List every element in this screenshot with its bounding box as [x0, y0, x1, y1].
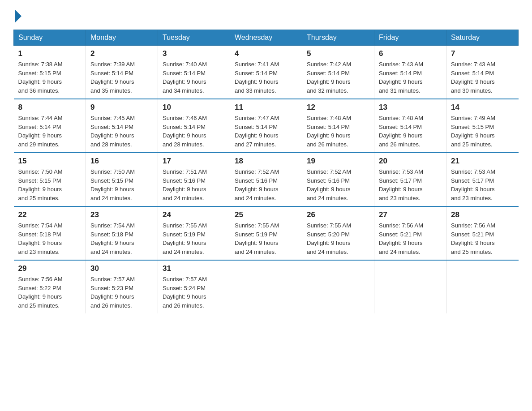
daylight-label: Daylight: 9 hours	[307, 186, 351, 193]
sunset-label: Sunset: 5:14 PM	[307, 124, 350, 130]
calendar-header-row: SundayMondayTuesdayWednesdayThursdayFrid…	[14, 30, 519, 46]
day-number: 16	[90, 157, 153, 166]
sunset-label: Sunset: 5:21 PM	[379, 231, 422, 238]
day-number: 4	[235, 49, 297, 58]
column-header-sunday: Sunday	[14, 30, 86, 46]
page-header	[13, 9, 519, 21]
calendar-cell: 21 Sunrise: 7:53 AM Sunset: 5:17 PM Dayl…	[446, 153, 519, 206]
sunrise-label: Sunrise: 7:44 AM	[18, 115, 63, 121]
calendar-cell: 26 Sunrise: 7:55 AM Sunset: 5:20 PM Dayl…	[302, 206, 374, 260]
daylight-minutes: and 24 minutes.	[307, 248, 348, 255]
daylight-label: Daylight: 9 hours	[163, 240, 206, 246]
daylight-label: Daylight: 9 hours	[163, 132, 206, 139]
sunset-label: Sunset: 5:22 PM	[18, 285, 61, 291]
daylight-minutes: and 33 minutes.	[235, 87, 276, 94]
daylight-minutes: and 24 minutes.	[235, 248, 276, 255]
day-info: Sunrise: 7:50 AM Sunset: 5:15 PM Dayligh…	[90, 167, 153, 202]
calendar-week-row: 29 Sunrise: 7:56 AM Sunset: 5:22 PM Dayl…	[14, 260, 519, 313]
day-info: Sunrise: 7:50 AM Sunset: 5:15 PM Dayligh…	[18, 167, 82, 202]
daylight-minutes: and 26 minutes.	[307, 141, 348, 148]
calendar-cell	[302, 260, 374, 313]
daylight-label: Daylight: 9 hours	[451, 186, 495, 193]
day-info: Sunrise: 7:52 AM Sunset: 5:16 PM Dayligh…	[307, 167, 369, 202]
column-header-wednesday: Wednesday	[230, 30, 302, 46]
column-header-tuesday: Tuesday	[158, 30, 230, 46]
calendar-cell: 16 Sunrise: 7:50 AM Sunset: 5:15 PM Dayl…	[86, 153, 158, 206]
daylight-minutes: and 24 minutes.	[379, 248, 420, 255]
sunrise-label: Sunrise: 7:50 AM	[18, 168, 63, 175]
sunrise-label: Sunrise: 7:45 AM	[90, 115, 135, 121]
daylight-label: Daylight: 9 hours	[451, 132, 495, 139]
sunrise-label: Sunrise: 7:52 AM	[307, 168, 351, 175]
day-info: Sunrise: 7:53 AM Sunset: 5:17 PM Dayligh…	[451, 167, 514, 202]
calendar-cell	[446, 260, 519, 313]
calendar-cell: 31 Sunrise: 7:57 AM Sunset: 5:24 PM Dayl…	[158, 260, 230, 313]
daylight-minutes: and 31 minutes.	[379, 87, 420, 94]
calendar-cell: 7 Sunrise: 7:43 AM Sunset: 5:14 PM Dayli…	[446, 46, 519, 99]
daylight-minutes: and 25 minutes.	[18, 195, 60, 201]
day-number: 9	[90, 103, 153, 112]
sunrise-label: Sunrise: 7:49 AM	[451, 115, 495, 121]
day-number: 13	[379, 103, 442, 112]
daylight-minutes: and 28 minutes.	[163, 141, 204, 148]
day-number: 5	[307, 49, 369, 58]
sunrise-label: Sunrise: 7:50 AM	[90, 168, 135, 175]
daylight-minutes: and 25 minutes.	[451, 141, 493, 148]
sunset-label: Sunset: 5:16 PM	[163, 177, 206, 184]
sunset-label: Sunset: 5:14 PM	[379, 124, 422, 130]
day-number: 24	[163, 210, 225, 219]
sunrise-label: Sunrise: 7:48 AM	[307, 115, 351, 121]
day-number: 12	[307, 103, 369, 112]
daylight-label: Daylight: 9 hours	[18, 293, 62, 300]
sunset-label: Sunset: 5:20 PM	[307, 231, 350, 238]
day-number: 11	[235, 103, 297, 112]
daylight-label: Daylight: 9 hours	[379, 132, 423, 139]
day-info: Sunrise: 7:51 AM Sunset: 5:16 PM Dayligh…	[163, 167, 225, 202]
calendar-cell: 24 Sunrise: 7:55 AM Sunset: 5:19 PM Dayl…	[158, 206, 230, 260]
sunset-label: Sunset: 5:18 PM	[18, 231, 61, 238]
day-number: 27	[379, 210, 442, 219]
sunrise-label: Sunrise: 7:54 AM	[18, 222, 63, 229]
calendar-cell: 5 Sunrise: 7:42 AM Sunset: 5:14 PM Dayli…	[302, 46, 374, 99]
day-info: Sunrise: 7:43 AM Sunset: 5:14 PM Dayligh…	[379, 60, 442, 95]
calendar-cell: 12 Sunrise: 7:48 AM Sunset: 5:14 PM Dayl…	[302, 99, 374, 153]
calendar-cell: 27 Sunrise: 7:56 AM Sunset: 5:21 PM Dayl…	[374, 206, 446, 260]
day-number: 7	[451, 49, 514, 58]
sunrise-label: Sunrise: 7:38 AM	[18, 61, 63, 68]
sunset-label: Sunset: 5:21 PM	[451, 231, 494, 238]
daylight-label: Daylight: 9 hours	[163, 78, 206, 85]
sunset-label: Sunset: 5:16 PM	[235, 177, 278, 184]
sunset-label: Sunset: 5:17 PM	[379, 177, 422, 184]
day-number: 22	[18, 210, 82, 219]
calendar-cell: 14 Sunrise: 7:49 AM Sunset: 5:15 PM Dayl…	[446, 99, 519, 153]
day-info: Sunrise: 7:56 AM Sunset: 5:21 PM Dayligh…	[379, 221, 442, 256]
calendar-week-row: 15 Sunrise: 7:50 AM Sunset: 5:15 PM Dayl…	[14, 153, 519, 206]
calendar-cell: 29 Sunrise: 7:56 AM Sunset: 5:22 PM Dayl…	[14, 260, 86, 313]
day-number: 14	[451, 103, 514, 112]
daylight-minutes: and 26 minutes.	[163, 302, 204, 309]
sunrise-label: Sunrise: 7:52 AM	[235, 168, 279, 175]
day-info: Sunrise: 7:53 AM Sunset: 5:17 PM Dayligh…	[379, 167, 442, 202]
calendar-table: SundayMondayTuesdayWednesdayThursdayFrid…	[13, 30, 519, 313]
day-info: Sunrise: 7:48 AM Sunset: 5:14 PM Dayligh…	[307, 114, 369, 149]
daylight-minutes: and 23 minutes.	[18, 248, 60, 255]
daylight-minutes: and 32 minutes.	[307, 87, 348, 94]
day-number: 23	[90, 210, 153, 219]
calendar-cell: 17 Sunrise: 7:51 AM Sunset: 5:16 PM Dayl…	[158, 153, 230, 206]
day-info: Sunrise: 7:45 AM Sunset: 5:14 PM Dayligh…	[90, 114, 153, 149]
calendar-cell: 15 Sunrise: 7:50 AM Sunset: 5:15 PM Dayl…	[14, 153, 86, 206]
sunrise-label: Sunrise: 7:48 AM	[379, 115, 423, 121]
sunrise-label: Sunrise: 7:41 AM	[235, 61, 279, 68]
sunrise-label: Sunrise: 7:56 AM	[18, 276, 63, 283]
sunset-label: Sunset: 5:15 PM	[451, 124, 494, 130]
sunrise-label: Sunrise: 7:46 AM	[163, 115, 207, 121]
daylight-minutes: and 26 minutes.	[379, 141, 420, 148]
calendar-cell: 18 Sunrise: 7:52 AM Sunset: 5:16 PM Dayl…	[230, 153, 302, 206]
calendar-cell: 30 Sunrise: 7:57 AM Sunset: 5:23 PM Dayl…	[86, 260, 158, 313]
day-info: Sunrise: 7:56 AM Sunset: 5:21 PM Dayligh…	[451, 221, 514, 256]
sunrise-label: Sunrise: 7:42 AM	[307, 61, 351, 68]
calendar-cell: 8 Sunrise: 7:44 AM Sunset: 5:14 PM Dayli…	[14, 99, 86, 153]
daylight-label: Daylight: 9 hours	[451, 78, 495, 85]
sunset-label: Sunset: 5:15 PM	[18, 70, 61, 77]
daylight-label: Daylight: 9 hours	[379, 78, 423, 85]
